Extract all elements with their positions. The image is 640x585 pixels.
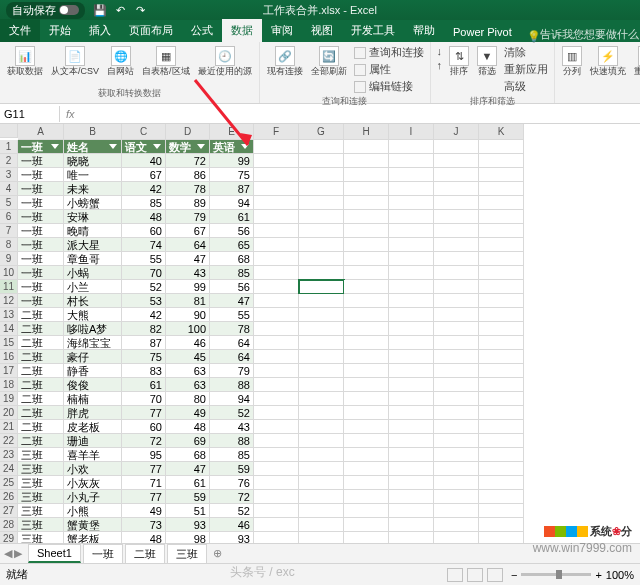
group-label: 获取和转换数据 [4,87,255,101]
nav-next-icon: ▶ [14,547,22,560]
tab-home[interactable]: 开始 [40,19,80,42]
table-icon: ▦ [156,46,176,66]
view-buttons[interactable] [447,568,503,582]
zoom-out-icon: − [511,569,517,581]
flash-icon: ⚡ [598,46,618,66]
btn-edit-links[interactable]: 编辑链接 [352,78,426,95]
tab-help[interactable]: 帮助 [404,19,444,42]
redo-icon[interactable]: ↷ [133,3,147,17]
btn-sort-desc[interactable]: ↑ [435,58,445,72]
web-icon: 🌐 [111,46,131,66]
bulb-icon: 💡 [527,30,537,40]
tab-review[interactable]: 审阅 [262,19,302,42]
tab-formula[interactable]: 公式 [182,19,222,42]
watermark-url: www.win7999.com [533,541,632,555]
btn-recent-src[interactable]: 🕘最近使用的源 [195,44,255,79]
tab-insert[interactable]: 插入 [80,19,120,42]
zoom-control[interactable]: −+ 100% [511,569,634,581]
tab-layout[interactable]: 页面布局 [120,19,182,42]
get-data-icon: 📊 [15,46,35,66]
tab-data[interactable]: 数据 [222,19,262,42]
window-title: 工作表合并.xlsx - Excel [263,3,377,18]
tell-me[interactable]: 💡 告诉我您想要做什么 [527,27,639,42]
btn-get-data[interactable]: 📊获取数据 [4,44,46,79]
sort-icon: ⇅ [449,46,469,66]
menu-bar: 文件 开始 插入 页面布局 公式 数据 审阅 视图 开发工具 帮助 Power … [0,20,640,42]
btn-clear[interactable]: 清除 [502,44,550,61]
autosave-toggle[interactable]: 自动保存 [6,2,85,19]
tab-powerpivot[interactable]: Power Pivot [444,22,521,42]
status-ready: 就绪 [6,567,28,582]
prop-icon [354,64,366,76]
nav-prev-icon: ◀ [4,547,12,560]
csv-icon: 📄 [65,46,85,66]
btn-remove-dup[interactable]: ▣重复值 [631,44,640,79]
name-box[interactable]: G11 [0,106,60,122]
zoom-slider [521,573,591,576]
tab-view[interactable]: 视图 [302,19,342,42]
sheet-nav[interactable]: ◀▶ [0,547,26,560]
btn-from-web[interactable]: 🌐自网站 [104,44,137,79]
ribbon-group-tools: ▥分列 ⚡快速填充 ▣重复值 ✓数据验证 ∑合并计算 ⇄关系 ▦管理数据模型 数… [555,42,640,103]
link-icon [354,81,366,93]
zoom-value: 100% [606,569,634,581]
active-cell[interactable] [299,280,344,294]
sheet-tab-4[interactable]: 三班 [167,544,207,564]
btn-from-table[interactable]: ▦自表格/区域 [139,44,193,79]
group-label: 排序和筛选 [435,95,551,109]
save-icon[interactable]: 💾 [93,3,107,17]
ribbon-group-sort: ↓ ↑ ⇅排序 ▼筛选 清除 重新应用 高级 排序和筛选 [431,42,556,103]
query-icon [354,47,366,59]
btn-flash-fill[interactable]: ⚡快速填充 [587,44,629,79]
recent-icon: 🕘 [215,46,235,66]
conn-icon: 🔗 [275,46,295,66]
watermark-source: 头条号 / exc [230,564,295,581]
fx-icon[interactable]: fx [60,108,81,120]
quick-access-toolbar: 💾 ↶ ↷ [93,3,147,17]
btn-from-csv[interactable]: 📄从文本/CSV [48,44,102,79]
table-header[interactable]: 语文 [122,140,166,154]
undo-icon[interactable]: ↶ [113,3,127,17]
view-break-icon [487,568,503,582]
table-header[interactable]: 英语 [210,140,254,154]
sheet-tab-1[interactable]: Sheet1 [28,544,81,563]
ribbon-group-connections: 🔗现有连接 🔄全部刷新 查询和连接 属性 编辑链接 查询和连接 [260,42,431,103]
btn-sort[interactable]: ⇅排序 [446,44,472,79]
btn-reapply[interactable]: 重新应用 [502,61,550,78]
ribbon: 📊获取数据 📄从文本/CSV 🌐自网站 ▦自表格/区域 🕘最近使用的源 获取和转… [0,42,640,104]
btn-text-col[interactable]: ▥分列 [559,44,585,79]
btn-refresh-all[interactable]: 🔄全部刷新 [308,44,350,79]
tab-dev[interactable]: 开发工具 [342,19,404,42]
btn-properties[interactable]: 属性 [352,61,426,78]
status-bar: 就绪 头条号 / exc −+ 100% [0,563,640,585]
btn-advanced[interactable]: 高级 [502,78,550,95]
btn-existing-conn[interactable]: 🔗现有连接 [264,44,306,79]
ribbon-group-get-data: 📊获取数据 📄从文本/CSV 🌐自网站 ▦自表格/区域 🕘最近使用的源 获取和转… [0,42,260,103]
zoom-in-icon: + [595,569,601,581]
group-label: 查询和连接 [264,95,426,109]
btn-filter[interactable]: ▼筛选 [474,44,500,79]
table-header[interactable]: 姓名 [64,140,122,154]
table-header[interactable]: 数学 [166,140,210,154]
sheet-add[interactable]: ⊕ [207,545,228,562]
worksheet-grid[interactable]: ABCDEFGHIJK1一班姓名语文数学英语2一班晓晓4072993一班唯一67… [0,124,640,564]
watermark-logo: 系统❀分 [544,524,632,539]
view-layout-icon [467,568,483,582]
refresh-icon: 🔄 [319,46,339,66]
filter-icon: ▼ [477,46,497,66]
sheet-tab-3[interactable]: 二班 [125,544,165,564]
group-label: 数据工具 [559,87,640,101]
btn-queries[interactable]: 查询和连接 [352,44,426,61]
split-icon: ▥ [562,46,582,66]
title-bar: 自动保存 💾 ↶ ↷ 工作表合并.xlsx - Excel [0,0,640,20]
view-normal-icon [447,568,463,582]
sheet-tab-2[interactable]: 一班 [83,544,123,564]
tab-file[interactable]: 文件 [0,19,40,42]
table-header[interactable]: 一班 [18,140,64,154]
btn-sort-asc[interactable]: ↓ [435,44,445,58]
formula-input[interactable] [81,112,640,116]
